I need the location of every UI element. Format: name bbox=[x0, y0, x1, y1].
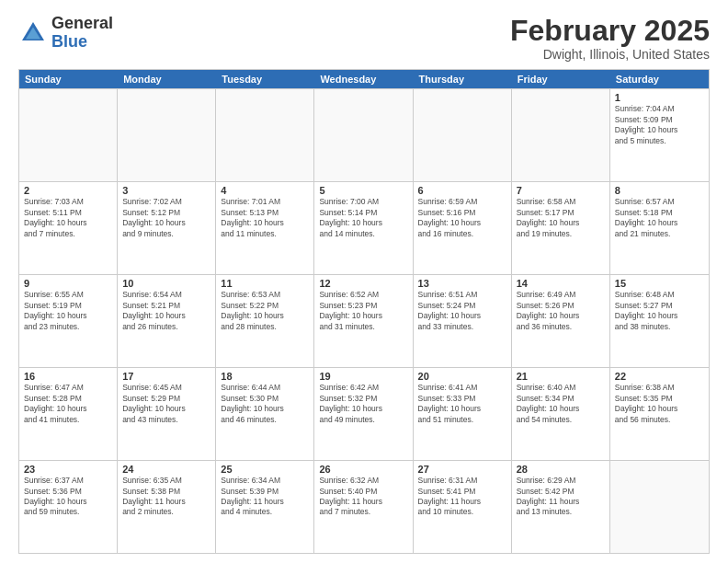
day-info: Sunrise: 6:32 AM Sunset: 5:40 PM Dayligh… bbox=[319, 476, 407, 518]
day-info: Sunrise: 6:45 AM Sunset: 5:29 PM Dayligh… bbox=[122, 383, 210, 425]
logo-icon bbox=[18, 18, 48, 48]
calendar-cell-r0-c4 bbox=[414, 89, 512, 181]
day-info: Sunrise: 7:00 AM Sunset: 5:14 PM Dayligh… bbox=[319, 197, 407, 239]
col-header-sunday: Sunday bbox=[19, 70, 118, 88]
calendar-cell-r1-c6: 8Sunrise: 6:57 AM Sunset: 5:18 PM Daylig… bbox=[610, 182, 709, 274]
col-header-monday: Monday bbox=[118, 70, 216, 88]
page: General Blue February 2025 Dwight, Illin… bbox=[0, 0, 728, 563]
calendar-cell-r1-c1: 3Sunrise: 7:02 AM Sunset: 5:12 PM Daylig… bbox=[118, 182, 216, 274]
logo-general-text: General bbox=[51, 14, 113, 32]
calendar-cell-r4-c6 bbox=[610, 461, 709, 553]
col-header-thursday: Thursday bbox=[414, 70, 512, 88]
calendar-row-1: 2Sunrise: 7:03 AM Sunset: 5:11 PM Daylig… bbox=[19, 181, 709, 274]
day-info: Sunrise: 6:44 AM Sunset: 5:30 PM Dayligh… bbox=[221, 383, 309, 425]
day-number: 4 bbox=[221, 185, 309, 196]
calendar-row-3: 16Sunrise: 6:47 AM Sunset: 5:28 PM Dayli… bbox=[19, 367, 709, 460]
day-number: 7 bbox=[517, 185, 605, 196]
calendar-cell-r0-c3 bbox=[314, 89, 413, 181]
day-info: Sunrise: 6:55 AM Sunset: 5:19 PM Dayligh… bbox=[24, 290, 112, 332]
col-header-tuesday: Tuesday bbox=[216, 70, 314, 88]
logo: General Blue bbox=[18, 15, 113, 52]
calendar-cell-r2-c5: 14Sunrise: 6:49 AM Sunset: 5:26 PM Dayli… bbox=[512, 275, 610, 367]
calendar-cell-r4-c3: 26Sunrise: 6:32 AM Sunset: 5:40 PM Dayli… bbox=[314, 461, 413, 553]
column-headers: SundayMondayTuesdayWednesdayThursdayFrid… bbox=[19, 70, 709, 88]
day-info: Sunrise: 6:38 AM Sunset: 5:35 PM Dayligh… bbox=[615, 383, 704, 425]
day-info: Sunrise: 6:54 AM Sunset: 5:21 PM Dayligh… bbox=[122, 290, 210, 332]
col-header-saturday: Saturday bbox=[610, 70, 709, 88]
day-info: Sunrise: 6:31 AM Sunset: 5:41 PM Dayligh… bbox=[418, 476, 506, 518]
day-number: 8 bbox=[615, 185, 704, 196]
day-info: Sunrise: 6:48 AM Sunset: 5:27 PM Dayligh… bbox=[615, 290, 704, 332]
day-number: 14 bbox=[517, 278, 605, 289]
col-header-friday: Friday bbox=[512, 70, 610, 88]
day-info: Sunrise: 6:49 AM Sunset: 5:26 PM Dayligh… bbox=[517, 290, 605, 332]
calendar-cell-r3-c2: 18Sunrise: 6:44 AM Sunset: 5:30 PM Dayli… bbox=[216, 368, 314, 460]
day-number: 3 bbox=[122, 185, 210, 196]
calendar-cell-r4-c5: 28Sunrise: 6:29 AM Sunset: 5:42 PM Dayli… bbox=[512, 461, 610, 553]
calendar-subtitle: Dwight, Illinois, United States bbox=[510, 47, 710, 62]
calendar-cell-r3-c3: 19Sunrise: 6:42 AM Sunset: 5:32 PM Dayli… bbox=[314, 368, 413, 460]
day-number: 20 bbox=[418, 371, 506, 382]
day-info: Sunrise: 6:53 AM Sunset: 5:22 PM Dayligh… bbox=[221, 290, 309, 332]
day-number: 21 bbox=[517, 371, 605, 382]
day-info: Sunrise: 7:03 AM Sunset: 5:11 PM Dayligh… bbox=[24, 197, 112, 239]
col-header-wednesday: Wednesday bbox=[314, 70, 413, 88]
day-number: 23 bbox=[24, 464, 112, 475]
day-info: Sunrise: 6:57 AM Sunset: 5:18 PM Dayligh… bbox=[615, 197, 704, 239]
calendar-cell-r2-c0: 9Sunrise: 6:55 AM Sunset: 5:19 PM Daylig… bbox=[19, 275, 118, 367]
calendar-cell-r0-c0 bbox=[19, 89, 118, 181]
day-info: Sunrise: 6:58 AM Sunset: 5:17 PM Dayligh… bbox=[517, 197, 605, 239]
calendar-cell-r2-c4: 13Sunrise: 6:51 AM Sunset: 5:24 PM Dayli… bbox=[414, 275, 512, 367]
calendar-cell-r4-c4: 27Sunrise: 6:31 AM Sunset: 5:41 PM Dayli… bbox=[414, 461, 512, 553]
calendar-row-4: 23Sunrise: 6:37 AM Sunset: 5:36 PM Dayli… bbox=[19, 460, 709, 553]
calendar-cell-r2-c6: 15Sunrise: 6:48 AM Sunset: 5:27 PM Dayli… bbox=[610, 275, 709, 367]
calendar-row-0: 1Sunrise: 7:04 AM Sunset: 5:09 PM Daylig… bbox=[19, 88, 709, 181]
day-number: 24 bbox=[122, 464, 210, 475]
calendar-cell-r1-c0: 2Sunrise: 7:03 AM Sunset: 5:11 PM Daylig… bbox=[19, 182, 118, 274]
day-number: 9 bbox=[24, 278, 112, 289]
day-number: 2 bbox=[24, 185, 112, 196]
day-number: 17 bbox=[122, 371, 210, 382]
calendar-cell-r3-c6: 22Sunrise: 6:38 AM Sunset: 5:35 PM Dayli… bbox=[610, 368, 709, 460]
day-number: 25 bbox=[221, 464, 309, 475]
title-block: February 2025 Dwight, Illinois, United S… bbox=[510, 15, 710, 62]
day-number: 10 bbox=[122, 278, 210, 289]
day-number: 5 bbox=[319, 185, 407, 196]
day-info: Sunrise: 6:59 AM Sunset: 5:16 PM Dayligh… bbox=[418, 197, 506, 239]
day-number: 18 bbox=[221, 371, 309, 382]
calendar-cell-r1-c3: 5Sunrise: 7:00 AM Sunset: 5:14 PM Daylig… bbox=[314, 182, 413, 274]
day-info: Sunrise: 6:29 AM Sunset: 5:42 PM Dayligh… bbox=[517, 476, 605, 518]
day-info: Sunrise: 6:40 AM Sunset: 5:34 PM Dayligh… bbox=[517, 383, 605, 425]
calendar-cell-r1-c4: 6Sunrise: 6:59 AM Sunset: 5:16 PM Daylig… bbox=[414, 182, 512, 274]
calendar-title: February 2025 bbox=[510, 15, 710, 47]
day-info: Sunrise: 6:47 AM Sunset: 5:28 PM Dayligh… bbox=[24, 383, 112, 425]
day-number: 12 bbox=[319, 278, 407, 289]
header: General Blue February 2025 Dwight, Illin… bbox=[18, 15, 710, 62]
day-info: Sunrise: 6:51 AM Sunset: 5:24 PM Dayligh… bbox=[418, 290, 506, 332]
calendar-cell-r4-c0: 23Sunrise: 6:37 AM Sunset: 5:36 PM Dayli… bbox=[19, 461, 118, 553]
calendar-cell-r2-c2: 11Sunrise: 6:53 AM Sunset: 5:22 PM Dayli… bbox=[216, 275, 314, 367]
day-number: 22 bbox=[615, 371, 704, 382]
day-number: 27 bbox=[418, 464, 506, 475]
calendar: SundayMondayTuesdayWednesdayThursdayFrid… bbox=[18, 69, 710, 554]
day-info: Sunrise: 7:02 AM Sunset: 5:12 PM Dayligh… bbox=[122, 197, 210, 239]
day-info: Sunrise: 6:42 AM Sunset: 5:32 PM Dayligh… bbox=[319, 383, 407, 425]
calendar-cell-r3-c5: 21Sunrise: 6:40 AM Sunset: 5:34 PM Dayli… bbox=[512, 368, 610, 460]
calendar-body: 1Sunrise: 7:04 AM Sunset: 5:09 PM Daylig… bbox=[19, 88, 709, 553]
day-info: Sunrise: 7:01 AM Sunset: 5:13 PM Dayligh… bbox=[221, 197, 309, 239]
calendar-cell-r3-c4: 20Sunrise: 6:41 AM Sunset: 5:33 PM Dayli… bbox=[414, 368, 512, 460]
day-number: 28 bbox=[517, 464, 605, 475]
day-number: 19 bbox=[319, 371, 407, 382]
day-number: 1 bbox=[615, 92, 704, 103]
day-info: Sunrise: 6:34 AM Sunset: 5:39 PM Dayligh… bbox=[221, 476, 309, 518]
calendar-cell-r2-c3: 12Sunrise: 6:52 AM Sunset: 5:23 PM Dayli… bbox=[314, 275, 413, 367]
logo-text: General Blue bbox=[51, 15, 113, 52]
calendar-cell-r0-c2 bbox=[216, 89, 314, 181]
day-number: 16 bbox=[24, 371, 112, 382]
day-info: Sunrise: 6:52 AM Sunset: 5:23 PM Dayligh… bbox=[319, 290, 407, 332]
day-number: 11 bbox=[221, 278, 309, 289]
day-info: Sunrise: 6:35 AM Sunset: 5:38 PM Dayligh… bbox=[122, 476, 210, 518]
calendar-cell-r0-c1 bbox=[118, 89, 216, 181]
calendar-cell-r2-c1: 10Sunrise: 6:54 AM Sunset: 5:21 PM Dayli… bbox=[118, 275, 216, 367]
day-number: 26 bbox=[319, 464, 407, 475]
